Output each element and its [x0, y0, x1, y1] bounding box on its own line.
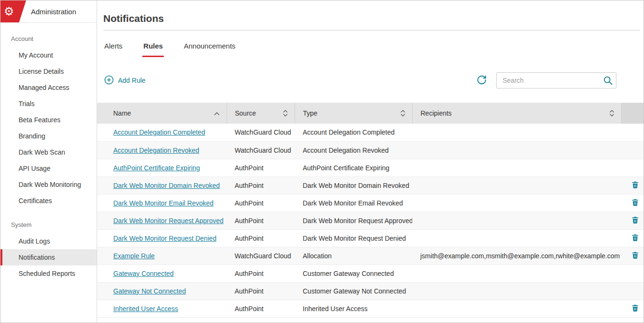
gear-icon: ⚙ [4, 6, 14, 17]
search-input[interactable] [497, 73, 616, 88]
rule-type: Allocation [295, 247, 412, 264]
rule-name-link[interactable]: Dark Web Monitor Request Denied [113, 235, 217, 242]
sidebar: ⚙ Administration AccountMy AccountLicens… [0, 0, 97, 323]
table-row: Gateway Not ConnectedAuthPointCustomer G… [97, 282, 644, 300]
sidebar-item-audit-logs[interactable]: Audit Logs [0, 233, 97, 249]
rule-type: Account Delegation Revoked [295, 141, 412, 159]
sidebar-item-notifications[interactable]: Notifications [0, 249, 97, 265]
rule-type: Account Delegation Completed [295, 124, 412, 141]
rule-recipients: jsmith@example.com,msmith@example.com,rw… [412, 247, 621, 264]
column-label: Source [235, 109, 256, 117]
table-header: NameSourceTypeRecipients [97, 103, 644, 124]
rule-source: AuthPoint [227, 264, 295, 282]
rule-name-link[interactable]: Dark Web Monitor Domain Revoked [113, 182, 220, 189]
column-header-actions [621, 103, 644, 124]
rule-type: Dark Web Monitor Request Denied [295, 229, 412, 247]
rule-source: AuthPoint [227, 159, 295, 176]
trash-icon [631, 306, 639, 313]
toolbar-right [476, 72, 616, 88]
rule-source: AuthPoint [227, 194, 295, 212]
rule-source: AuthPoint [227, 300, 295, 317]
rule-name-link[interactable]: Dark Web Monitor Email Revoked [113, 199, 214, 207]
sidebar-header: ⚙ Administration [0, 0, 97, 23]
rule-name-link[interactable]: AuthPoint Certificate Expiring [113, 164, 200, 172]
delete-rule-button[interactable] [629, 215, 641, 226]
rule-actions-cell [621, 247, 644, 264]
chevron-up-icon [214, 111, 220, 116]
sidebar-item-scheduled-reports[interactable]: Scheduled Reports [0, 265, 97, 282]
rule-name-link[interactable]: Account Delegation Revoked [113, 147, 199, 154]
column-header-name[interactable]: Name [97, 103, 227, 124]
table-row: Dark Web Monitor Request DeniedAuthPoint… [97, 229, 644, 247]
sidebar-section-label-system: System [0, 209, 97, 233]
watchguard-logo[interactable]: ⚙ [0, 0, 26, 23]
sidebar-item-certificates[interactable]: Certificates [0, 193, 97, 209]
sidebar-item-beta-features[interactable]: Beta Features [0, 112, 97, 128]
page-title: Notifications [103, 13, 636, 24]
rule-name-link[interactable]: Account Delegation Completed [113, 128, 205, 136]
rule-name-cell: Account Delegation Revoked [97, 141, 227, 159]
trash-icon [631, 183, 639, 190]
refresh-button[interactable] [476, 74, 488, 88]
rule-actions-cell [621, 141, 644, 159]
sidebar-item-api-usage[interactable]: API Usage [0, 160, 97, 176]
sidebar-item-managed-access[interactable]: Managed Access [0, 79, 97, 96]
chevron-up-down-icon [400, 109, 406, 117]
sidebar-item-my-account[interactable]: My Account [0, 47, 97, 63]
trash-icon [631, 236, 639, 243]
column-header-source[interactable]: Source [227, 103, 295, 124]
sidebar-item-license-details[interactable]: License Details [0, 63, 97, 79]
rule-recipients [412, 176, 621, 194]
rule-name-link[interactable]: Example Rule [113, 252, 155, 260]
sidebar-item-branding[interactable]: Branding [0, 128, 97, 144]
delete-rule-button[interactable] [629, 179, 641, 191]
rule-actions-cell [621, 194, 644, 212]
delete-rule-button[interactable] [629, 250, 641, 262]
delete-rule-button[interactable] [629, 197, 641, 209]
table-header-row: NameSourceTypeRecipients [97, 103, 644, 124]
tab-rules[interactable]: Rules [142, 42, 164, 57]
tab-alerts[interactable]: Alerts [103, 42, 123, 57]
sidebar-item-trials[interactable]: Trials [0, 96, 97, 112]
rule-name-link[interactable]: Gateway Not Connected [113, 287, 186, 295]
sidebar-item-dark-web-monitoring[interactable]: Dark Web Monitoring [0, 176, 97, 193]
rule-name-link[interactable]: Gateway Connected [113, 270, 174, 277]
rule-type: Inherited User Access [295, 300, 412, 317]
sidebar-item-dark-web-scan[interactable]: Dark Web Scan [0, 144, 97, 160]
add-rule-button[interactable]: Add Rule [103, 73, 147, 88]
rule-recipients [412, 229, 621, 247]
rule-type: Dark Web Monitor Domain Revoked [295, 176, 412, 194]
rule-type: Dark Web Monitor Request Approved [295, 212, 412, 229]
rule-source: WatchGuard Cloud [227, 141, 295, 159]
rule-type: Customer Gateway Not Connected [295, 282, 412, 300]
tab-announcements[interactable]: Announcements [183, 42, 236, 57]
app-window: ⚙ Administration AccountMy AccountLicens… [0, 0, 644, 323]
trash-icon [631, 201, 639, 208]
rule-name-cell: Account Delegation Completed [97, 124, 227, 141]
plus-circle-icon [104, 75, 114, 86]
sidebar-nav: AccountMy AccountLicense DetailsManaged … [0, 23, 97, 323]
rule-name-cell: AuthPoint Certificate Expiring [97, 159, 227, 176]
column-label: Recipients [421, 109, 452, 117]
table-row: Dark Web Monitor Email RevokedAuthPointD… [97, 194, 644, 212]
rule-name-link[interactable]: Inherited User Access [113, 305, 178, 313]
chevron-up-down-icon [609, 109, 614, 117]
rule-recipients [412, 264, 621, 282]
delete-rule-button[interactable] [629, 303, 641, 314]
trash-icon [631, 218, 639, 225]
rule-source: WatchGuard Cloud [227, 247, 295, 264]
rule-actions-cell [621, 176, 644, 194]
rule-name-link[interactable]: Dark Web Monitor Request Approved [113, 217, 224, 225]
rule-name-cell: Inherited User Access [97, 300, 227, 317]
column-header-recipients[interactable]: Recipients [412, 103, 621, 124]
main-content: Notifications AlertsRulesAnnouncements A… [97, 0, 644, 323]
add-rule-label: Add Rule [118, 77, 146, 84]
column-header-type[interactable]: Type [295, 103, 412, 124]
search-icon[interactable] [603, 75, 613, 87]
rule-source: WatchGuard Cloud [227, 124, 295, 141]
rule-actions-cell [621, 212, 644, 229]
title-divider [103, 30, 640, 30]
delete-rule-button[interactable] [629, 232, 641, 244]
table-row: Account Delegation CompletedWatchGuard C… [97, 124, 644, 141]
trash-icon [631, 254, 639, 261]
